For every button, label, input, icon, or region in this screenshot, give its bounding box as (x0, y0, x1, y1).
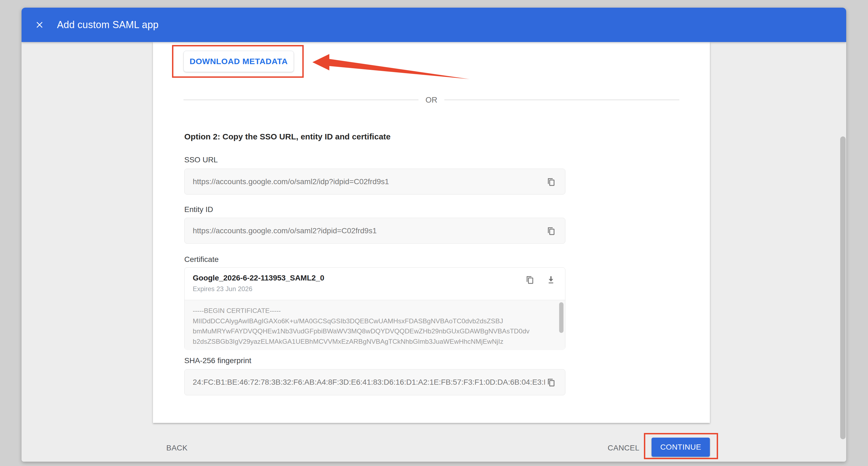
certificate-scrollbar[interactable] (559, 302, 563, 333)
sha256-field: 24:FC:B1:BE:46:72:78:3B:32:F6:AB:A4:8F:3… (184, 369, 565, 395)
continue-button[interactable]: CONTINUE (652, 438, 710, 457)
or-label: OR (418, 95, 445, 105)
close-button[interactable] (31, 17, 48, 33)
certificate-line: -----BEGIN CERTIFICATE----- (193, 305, 549, 316)
certificate-download-button[interactable] (545, 274, 557, 286)
copy-icon (546, 377, 556, 388)
sha256-label: SHA-256 fingerprint (184, 356, 251, 365)
certificate-line: bmMuMRYwFAYDVQQHEw1Nb3VudGFpbiBWaWV3MQ8w… (193, 326, 549, 337)
download-metadata-button[interactable]: DOWNLOAD METADATA (183, 51, 294, 72)
certificate-card: Google_2026-6-22-113953_SAML2_0 Expires … (184, 267, 565, 350)
entity-id-value: https://accounts.google.com/o/saml2?idpi… (193, 227, 377, 235)
sso-url-copy-button[interactable] (545, 176, 557, 188)
download-icon (546, 274, 556, 285)
certificate-actions (524, 274, 557, 300)
entity-id-field: https://accounts.google.com/o/saml2?idpi… (184, 218, 565, 244)
entity-id-copy-button[interactable] (545, 225, 557, 237)
or-divider: OR (183, 94, 679, 105)
certificate-body[interactable]: -----BEGIN CERTIFICATE----- MIIDdDCCAlyg… (185, 300, 565, 350)
dialog-header: Add custom SAML app (22, 8, 846, 42)
certificate-label: Certificate (184, 255, 219, 264)
certificate-copy-button[interactable] (524, 274, 536, 286)
dialog-title: Add custom SAML app (57, 19, 159, 31)
content-card: DOWNLOAD METADATA OR Option 2: Copy the … (153, 42, 710, 423)
cancel-button[interactable]: CANCEL (608, 442, 640, 454)
certificate-expiry: Expires 23 Jun 2026 (193, 285, 324, 293)
sso-url-field: https://accounts.google.com/o/saml2/idp?… (184, 169, 565, 195)
divider-line (444, 99, 679, 100)
close-icon (35, 20, 44, 30)
back-button[interactable]: BACK (166, 442, 188, 454)
certificate-name: Google_2026-6-22-113953_SAML2_0 (193, 274, 324, 282)
copy-icon (524, 274, 535, 285)
dialog-scrollbar[interactable] (840, 137, 846, 439)
certificate-header: Google_2026-6-22-113953_SAML2_0 Expires … (185, 268, 565, 300)
option2-heading: Option 2: Copy the SSO URL, entity ID an… (184, 132, 391, 141)
entity-id-label: Entity ID (184, 205, 213, 214)
add-custom-saml-app-dialog: Add custom SAML app DOWNLOAD METADATA OR… (22, 8, 846, 462)
certificate-line: MIIDdDCCAlygAwIBAgIGAXo6K+u/MA0GCSqGSIb3… (193, 316, 549, 326)
copy-icon (546, 225, 556, 236)
divider-line (183, 99, 418, 100)
certificate-line: b2dsZSBGb3IgV29yazELMAkGA1UEBhMCVVMxEzAR… (193, 337, 549, 347)
copy-icon (546, 176, 556, 187)
sso-url-value: https://accounts.google.com/o/saml2/idp?… (193, 177, 389, 186)
annotation-arrow-icon (300, 53, 475, 86)
sha256-value: 24:FC:B1:BE:46:72:78:3B:32:F6:AB:A4:8F:3… (193, 378, 545, 387)
screen: Add custom SAML app DOWNLOAD METADATA OR… (0, 0, 868, 466)
sha256-copy-button[interactable] (545, 376, 557, 388)
certificate-titles: Google_2026-6-22-113953_SAML2_0 Expires … (193, 274, 324, 300)
sso-url-label: SSO URL (184, 155, 218, 164)
